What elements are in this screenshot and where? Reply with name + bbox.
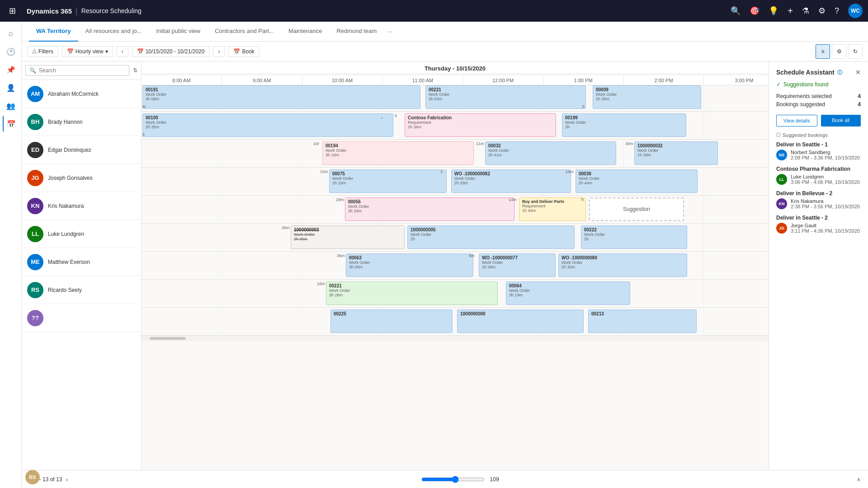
resource-item[interactable]: ME Matthew Everson xyxy=(22,248,141,276)
schedule-container: 🔍 ⇅ AM Abraham McCormick BH Brady Hannon… xyxy=(22,61,868,488)
booking-block[interactable]: Contoso Fabrication Requirement 2h 34m xyxy=(405,113,556,137)
filters-button[interactable]: ⧊ Filters xyxy=(27,46,58,57)
target-icon[interactable]: 🎯 xyxy=(750,6,760,16)
timeline-row: 00225 1000000000 00213 xyxy=(142,308,769,336)
settings-icon[interactable]: ⚙ xyxy=(818,6,826,16)
resource-item[interactable]: LL Luke Lundgren xyxy=(22,220,141,248)
booking-block[interactable]: 1000000032 Work Order 1h 30m xyxy=(634,141,718,165)
date-range-icon: 📅 xyxy=(137,48,144,55)
resource-item[interactable]: ?? xyxy=(22,304,141,332)
booking-block[interactable]: 00056 Work Order 3h 29m xyxy=(345,197,514,221)
resource-name: Abraham McCormick xyxy=(48,91,99,97)
book-all-button[interactable]: Book all xyxy=(821,115,861,127)
settings-button[interactable]: ⚙ xyxy=(832,44,846,59)
help-icon[interactable]: ? xyxy=(835,6,839,16)
booking-block[interactable]: 00221 Work Order 3h 28m xyxy=(326,282,498,305)
view-details-button[interactable]: View details xyxy=(776,115,817,127)
sidebar-team[interactable]: 👥 xyxy=(3,98,19,114)
book-button[interactable]: 📅 Book xyxy=(228,46,259,57)
check-icon: ✓ xyxy=(776,81,781,88)
resource-item[interactable]: ED Edgar Dominquez xyxy=(22,136,141,164)
avatar: AM xyxy=(27,86,43,102)
bulb-icon[interactable]: 💡 xyxy=(769,6,778,16)
booking-block[interactable]: 00032 Work Order 2h 41m xyxy=(485,141,616,165)
booking-block[interactable]: WO -1000000082 Work Order 2h 33m xyxy=(451,169,571,193)
booking-block[interactable]: 00063 Work Order 3h 05m xyxy=(346,253,473,277)
booking-block[interactable]: WO -1000000077 Work Order 1h 39m xyxy=(479,253,556,277)
next-page-button[interactable]: › xyxy=(66,476,68,483)
user-avatar[interactable]: WC xyxy=(848,4,863,18)
resource-name: Luke Lundgren xyxy=(48,231,84,237)
tab-wa-territory[interactable]: WA Territory xyxy=(29,22,78,42)
sort-icon[interactable]: ⇅ xyxy=(133,67,137,74)
resource-list: 🔍 ⇅ AM Abraham McCormick BH Brady Hannon… xyxy=(22,61,142,488)
resource-item[interactable]: RS Ricardo Seely xyxy=(22,276,141,304)
booking-block[interactable]: 1000000003 Work Order 2h 30m xyxy=(291,225,405,249)
booking-block[interactable]: 1000000005 Work Order 2h xyxy=(407,225,575,249)
collapse-button[interactable]: ∧ xyxy=(857,476,861,483)
search-box[interactable]: 🔍 xyxy=(25,65,129,76)
apps-icon[interactable]: ⊞ xyxy=(5,2,19,19)
sidebar: ⌂ 🕐 📌 👤 👥 📅 xyxy=(0,22,22,488)
booking-block[interactable]: 00199 Work Order 3h xyxy=(562,113,686,137)
timeline-row: 00075 Work Order 2h 15m WO -1000000082 W… xyxy=(142,168,769,196)
search-input[interactable] xyxy=(39,67,125,74)
tab-initial-public[interactable]: Initial public view xyxy=(149,22,208,42)
booking-block[interactable]: 00009 Work Order 2h 35m xyxy=(593,85,701,109)
info-icon[interactable]: ⓘ xyxy=(837,69,842,76)
booking-block[interactable]: 00075 Work Order 2h 15m xyxy=(329,169,447,193)
booking-block[interactable]: Buy and Deliver Parts Requirement 1h 44m xyxy=(519,197,586,221)
search-icon: 🔍 xyxy=(29,67,36,74)
tab-all-resources[interactable]: All resources and jo... xyxy=(78,22,149,42)
booking-block[interactable]: 00191 Work Order 3h 06m xyxy=(142,85,420,109)
tab-more-button[interactable]: ··· xyxy=(384,28,396,35)
booking-block[interactable]: 00221 Work Order 3h 03m xyxy=(425,85,586,109)
tab-contractors[interactable]: Contractors and Part... xyxy=(208,22,281,42)
resource-item[interactable]: JG Joseph Gonsalves xyxy=(22,164,141,192)
next-button[interactable]: › xyxy=(213,46,225,57)
tab-maintenance[interactable]: Maintenance xyxy=(281,22,329,42)
sidebar-people[interactable]: 👤 xyxy=(3,80,19,96)
booking-block[interactable]: 00100 Work Order 2h 35m → xyxy=(142,113,393,137)
sidebar-calendar[interactable]: 📅 xyxy=(3,116,19,132)
brand: Dynamics 365 | Resource Scheduling xyxy=(27,6,142,16)
brand-name: Dynamics 365 xyxy=(27,7,72,15)
checkbox-icon: ☐ xyxy=(776,132,781,138)
avatar: JG xyxy=(27,170,43,186)
resource-item[interactable]: BH Brady Hannon xyxy=(22,108,141,136)
booking-suggestion[interactable]: Suggestion xyxy=(589,197,684,221)
booking-block[interactable]: 00225 xyxy=(330,310,453,333)
tab-redmond[interactable]: Redmond team xyxy=(329,22,384,42)
prev-button[interactable]: ‹ xyxy=(117,46,128,57)
calendar-icon: 📅 xyxy=(67,48,74,55)
stats-bookings: Bookings suggested 4 xyxy=(776,101,861,108)
sidebar-home[interactable]: ⌂ xyxy=(3,25,19,42)
avatar: NS xyxy=(776,150,787,160)
booking-block[interactable]: 00064 Work Order 3h 19m xyxy=(506,282,630,305)
view-selector[interactable]: 📅 Hourly view ▾ xyxy=(62,46,113,57)
suggestion-card: Deliver in Bellevue - 2 KN Kris Nakamura… xyxy=(776,190,861,209)
booking-block[interactable]: 00038 Work Order 2h 44m xyxy=(576,169,698,193)
filter-icon[interactable]: ⚗ xyxy=(802,6,809,16)
sidebar-pinned[interactable]: 📌 xyxy=(3,61,19,78)
toolbar-right: ≡ ⚙ ↻ xyxy=(816,44,863,59)
zoom-slider-area: 109 xyxy=(71,476,853,483)
sidebar-recent[interactable]: 🕐 xyxy=(3,43,19,60)
booking-block[interactable]: 00194 Work Order 3h 10m xyxy=(322,141,474,165)
list-view-button[interactable]: ≡ xyxy=(816,44,830,59)
timeline-rows: 00191 Work Order 3h 06m 00221 Work Order… xyxy=(142,84,769,336)
search-icon[interactable]: 🔍 xyxy=(731,6,741,16)
resource-item[interactable]: KN Kris Nakamura xyxy=(22,192,141,220)
booking-block[interactable]: WO -1000000080 Work Order 2h 30m xyxy=(558,253,687,277)
zoom-slider[interactable] xyxy=(421,476,485,483)
resource-name: Edgar Dominquez xyxy=(48,147,91,153)
time-slot: 11:00 AM xyxy=(382,76,463,85)
refresh-button[interactable]: ↻ xyxy=(848,44,863,59)
booking-block[interactable]: 00213 xyxy=(588,310,697,333)
booking-block[interactable]: 00222 Work Order 2h xyxy=(581,225,687,249)
close-icon[interactable]: ✕ xyxy=(855,69,861,76)
resource-item[interactable]: AM Abraham McCormick xyxy=(22,80,141,108)
resource-name: Brady Hannon xyxy=(48,119,83,125)
plus-icon[interactable]: + xyxy=(788,6,793,16)
booking-block[interactable]: 1000000000 xyxy=(457,310,584,333)
